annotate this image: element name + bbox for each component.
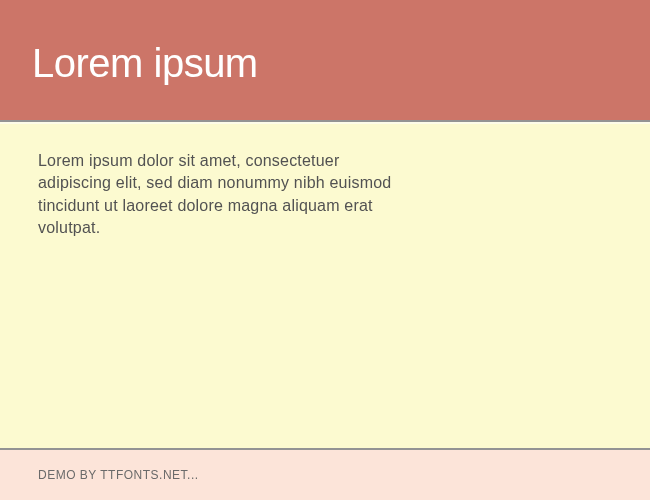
footer-credit: DEMO BY TTFONTS.NET...	[38, 468, 199, 482]
page-title: Lorem ipsum	[32, 41, 258, 86]
body-paragraph: Lorem ipsum dolor sit amet, consectetuer…	[38, 150, 398, 240]
header-section: Lorem ipsum	[0, 0, 650, 120]
footer-section: DEMO BY TTFONTS.NET...	[0, 450, 650, 500]
content-section: Lorem ipsum dolor sit amet, consectetuer…	[0, 120, 650, 450]
